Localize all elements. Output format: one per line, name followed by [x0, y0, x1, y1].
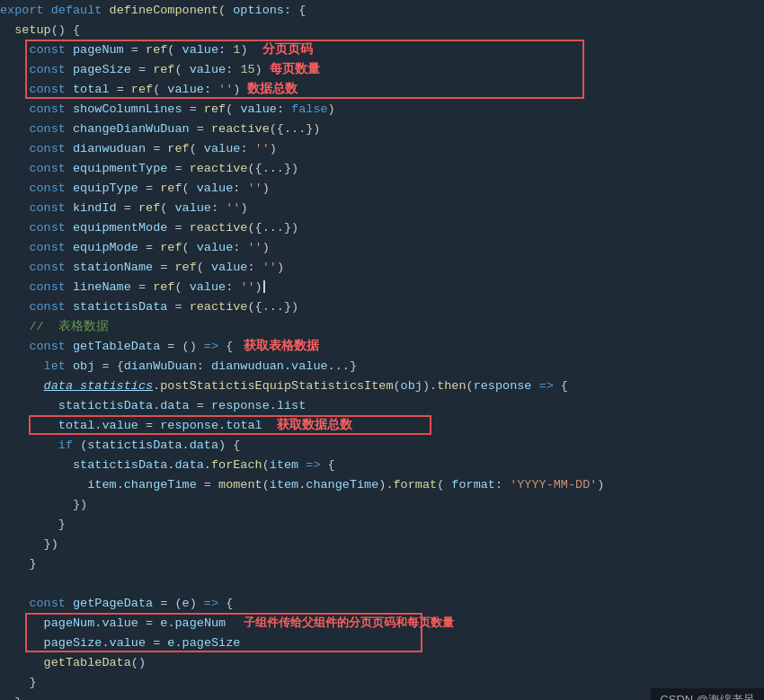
arrow: =>: [539, 379, 554, 393]
variable: total: [58, 419, 95, 432]
code-line: }: [0, 514, 764, 534]
string: 'YYYY-MM-DD': [510, 478, 597, 492]
string: '': [240, 280, 254, 294]
variable: stationName: [73, 261, 153, 274]
function-ref: ref: [153, 280, 174, 294]
keyword: const: [29, 241, 73, 254]
code-line: statictisData.data = response.list: [0, 395, 764, 415]
keyword: const: [29, 63, 73, 76]
function-ref: ref: [146, 43, 167, 57]
function-name: getTableData: [44, 656, 131, 669]
code-line: const getPageData = (e) => {: [0, 593, 764, 613]
variable: data_statistics: [44, 379, 154, 393]
variable: equipType: [73, 182, 138, 195]
keyword: const: [29, 83, 73, 96]
property: pageNum: [174, 616, 226, 630]
variable: total: [73, 83, 110, 96]
object-key: dianWuDuan: [124, 359, 197, 373]
bottom-attribution: CSDN @海绵老呆: [651, 688, 764, 700]
function-ref: ref: [160, 182, 182, 195]
keyword: const: [29, 122, 73, 136]
code-line: let obj = {dianWuDuan: dianwuduan.value.…: [0, 356, 764, 376]
variable: dianwuduan: [211, 359, 284, 373]
property: list: [277, 399, 306, 412]
code-line: const dianwuduan = ref( value: ''): [0, 138, 764, 158]
text-cursor: [263, 280, 265, 293]
variable: statictisData: [73, 458, 167, 472]
annotation-pagesize: 每页数量: [270, 61, 320, 77]
code-line: pageSize.value = e.pageSize: [0, 633, 764, 652]
keyword: const: [29, 162, 73, 175]
variable: statictisData: [58, 399, 153, 412]
variable: statictisData: [87, 439, 182, 452]
variable: response: [160, 419, 218, 432]
author-name: @海绵老呆: [697, 693, 755, 700]
property: pageSize: [182, 636, 241, 650]
keyword: const: [29, 182, 73, 195]
function-reactive: reactive: [190, 221, 248, 235]
function-ref: ref: [167, 142, 189, 155]
variable: e: [160, 616, 167, 630]
code-line: const equipMode = ref( value: ''): [0, 237, 764, 257]
keyword: const: [29, 201, 73, 215]
keyword: if: [58, 439, 80, 452]
function-reactive: reactive: [190, 300, 248, 314]
method-name: forEach: [211, 458, 262, 472]
keyword: default: [51, 4, 110, 17]
method-format: format: [394, 478, 438, 492]
comment: // 表格数据: [0, 318, 109, 334]
csdn-label: CSDN: [660, 693, 693, 700]
code-line: data_statistics.postStatictisEquipStatis…: [0, 376, 764, 395]
code-line: export default defineComponent( options:…: [0, 0, 764, 20]
function-ref: ref: [160, 241, 182, 254]
variable: pageNum: [44, 616, 95, 630]
code-editor: export default defineComponent( options:…: [0, 0, 764, 700]
function-ref: ref: [153, 63, 174, 76]
annotation-response-total: 获取数据总数: [277, 417, 352, 433]
keyword: const: [29, 340, 73, 353]
annotation-getpagedata: 子组件传给父组件的分页页码和每页数量: [244, 615, 454, 631]
variable: pageSize: [44, 636, 102, 650]
method-name: postStatictisEquipStatisticsItem: [160, 379, 393, 393]
keyword: const: [29, 221, 73, 235]
variable: getTableData: [73, 340, 160, 353]
code-line: if (statictisData.data) {: [0, 435, 764, 455]
function-ref: ref: [204, 102, 226, 116]
code-line: }: [0, 692, 764, 700]
code-line: const showColumnLines = ref( value: fals…: [0, 99, 764, 119]
code-line: }: [0, 672, 764, 692]
variable: item: [270, 478, 298, 492]
property: changeTime: [306, 478, 378, 492]
code-line: const pageNum = ref( value: 1) 分页页码: [0, 40, 764, 59]
code-line: const equipType = ref( value: ''): [0, 178, 764, 198]
code-line: pageNum.value = e.pageNum 子组件传给父组件的分页页码和…: [0, 613, 764, 633]
string: '': [226, 201, 240, 215]
property: data: [190, 439, 218, 452]
annotation-pagenum: 分页页码: [262, 41, 313, 58]
code-line: const equipmentMode = reactive({...}): [0, 217, 764, 237]
variable: equipMode: [73, 241, 138, 254]
property: value: [291, 359, 328, 373]
arrow: =>: [306, 458, 320, 472]
variable: showColumnLines: [73, 102, 182, 116]
function-reactive: reactive: [190, 162, 248, 175]
property: total: [226, 419, 262, 432]
code-line: item.changeTime = moment(item.changeTime…: [0, 474, 764, 494]
variable: getPageData: [73, 597, 153, 610]
function-name: moment: [218, 478, 262, 492]
property: value: [102, 616, 138, 630]
arrow: =>: [204, 340, 218, 353]
code-line: const pageSize = ref( value: 15) 每页数量: [0, 59, 764, 79]
number: 1: [233, 43, 240, 57]
string: '': [262, 261, 277, 274]
string: '': [247, 182, 262, 195]
variable: equipmentMode: [73, 221, 167, 235]
property: value: [102, 419, 138, 432]
variable: pageNum: [73, 43, 124, 57]
code-line: total.value = response.total 获取数据总数: [0, 415, 764, 435]
code-line: }: [0, 554, 764, 573]
number: 15: [240, 63, 254, 76]
code-line: const statictisData = reactive({...}): [0, 297, 764, 316]
keyword: export: [0, 4, 51, 17]
function-name: setup: [14, 23, 51, 37]
